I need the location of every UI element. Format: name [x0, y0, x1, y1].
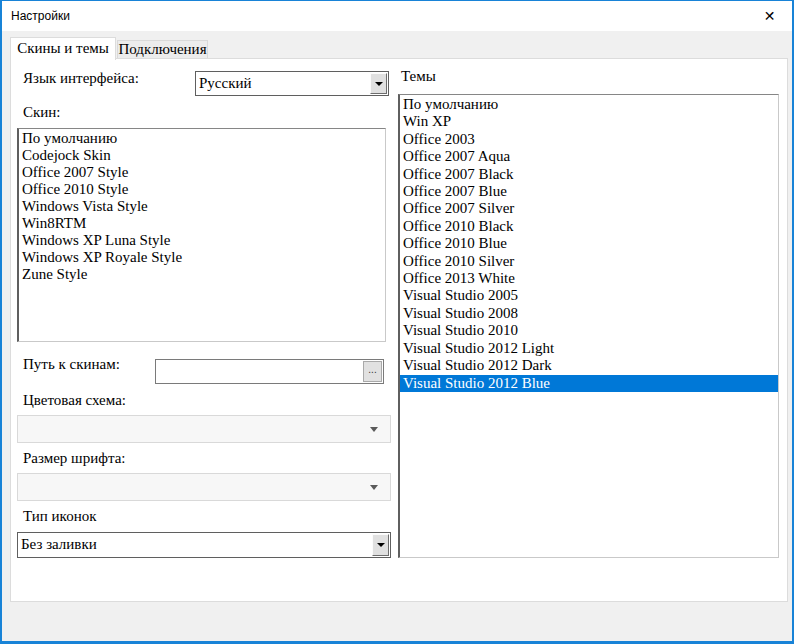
icon-type-label: Тип иконок — [23, 508, 96, 525]
skin-path-input[interactable] — [155, 359, 384, 384]
skin-item[interactable]: Windows XP Royale Style — [19, 249, 385, 266]
close-icon: ✕ — [764, 8, 776, 24]
dropdown-button[interactable] — [370, 73, 387, 94]
icon-type-select[interactable]: Без заливки — [17, 532, 391, 558]
theme-item[interactable]: Visual Studio 2012 Blue — [400, 375, 778, 392]
tab-skins-and-themes[interactable]: Скины и темы — [10, 37, 116, 60]
tab-label: Скины и темы — [17, 40, 109, 56]
theme-item[interactable]: Visual Studio 2012 Light — [400, 340, 778, 357]
settings-window: Настройки ✕ Скины и темы Подключения Язы… — [0, 0, 794, 644]
skin-label: Скин: — [23, 104, 61, 121]
skin-item[interactable]: Win8RTM — [19, 215, 385, 232]
chevron-down-icon — [377, 543, 385, 547]
theme-item[interactable]: Visual Studio 2010 — [400, 322, 778, 339]
skin-item[interactable]: Office 2007 Style — [19, 164, 385, 181]
theme-item[interactable]: Office 2003 — [400, 131, 778, 148]
theme-item[interactable]: Office 2010 Blue — [400, 235, 778, 252]
skin-item[interactable]: Codejock Skin — [19, 147, 385, 164]
font-size-value — [22, 474, 366, 500]
theme-item[interactable]: Office 2010 Silver — [400, 253, 778, 270]
theme-item[interactable]: Office 2007 Black — [400, 166, 778, 183]
theme-item[interactable]: Visual Studio 2012 Dark — [400, 357, 778, 374]
theme-item[interactable]: Visual Studio 2005 — [400, 287, 778, 304]
tab-label: Подключения — [118, 41, 206, 57]
font-size-label: Размер шрифта: — [23, 450, 125, 467]
color-scheme-label: Цветовая схема: — [23, 392, 126, 409]
titlebar: Настройки ✕ — [2, 1, 792, 31]
skin-item[interactable]: Zune Style — [19, 266, 385, 283]
themes-listbox[interactable]: По умолчаниюWin XPOffice 2003Office 2007… — [398, 94, 779, 558]
chevron-down-icon — [370, 427, 378, 432]
skin-item[interactable]: Windows Vista Style — [19, 198, 385, 215]
theme-item[interactable]: Office 2007 Aqua — [400, 148, 778, 165]
themes-label: Темы — [401, 68, 436, 85]
skin-listbox[interactable]: По умолчаниюCodejock SkinOffice 2007 Sty… — [17, 128, 386, 342]
dropdown-button[interactable] — [372, 534, 389, 556]
theme-item[interactable]: Office 2007 Silver — [400, 200, 778, 217]
icon-type-value: Без заливки — [21, 533, 370, 557]
theme-item[interactable]: По умолчанию — [400, 96, 778, 113]
theme-item[interactable]: Office 2010 Black — [400, 218, 778, 235]
skin-item[interactable]: Windows XP Luna Style — [19, 232, 385, 249]
skin-item[interactable]: Office 2010 Style — [19, 181, 385, 198]
tab-page-skins-themes: Язык интерфейса: Русский Скин: По умолча… — [10, 58, 788, 602]
font-size-select[interactable] — [17, 473, 391, 501]
skin-item[interactable]: По умолчанию — [19, 130, 385, 147]
theme-item[interactable]: Visual Studio 2008 — [400, 305, 778, 322]
interface-language-value: Русский — [199, 72, 368, 95]
theme-item[interactable]: Win XP — [400, 113, 778, 130]
browse-button[interactable]: ... — [363, 361, 382, 382]
dialog-body: Скины и темы Подключения Язык интерфейса… — [2, 31, 792, 641]
color-scheme-value — [22, 416, 366, 442]
chevron-down-icon — [375, 82, 383, 86]
color-scheme-select[interactable] — [17, 415, 391, 443]
skin-path-label: Путь к скинам: — [23, 356, 120, 373]
theme-item[interactable]: Office 2007 Blue — [400, 183, 778, 200]
chevron-down-icon — [370, 485, 378, 490]
theme-item[interactable]: Office 2013 White — [400, 270, 778, 287]
close-button[interactable]: ✕ — [747, 1, 792, 31]
interface-language-label: Язык интерфейса: — [23, 70, 139, 87]
tab-connections[interactable]: Подключения — [117, 40, 208, 59]
window-title: Настройки — [11, 1, 70, 31]
interface-language-select[interactable]: Русский — [195, 71, 389, 96]
